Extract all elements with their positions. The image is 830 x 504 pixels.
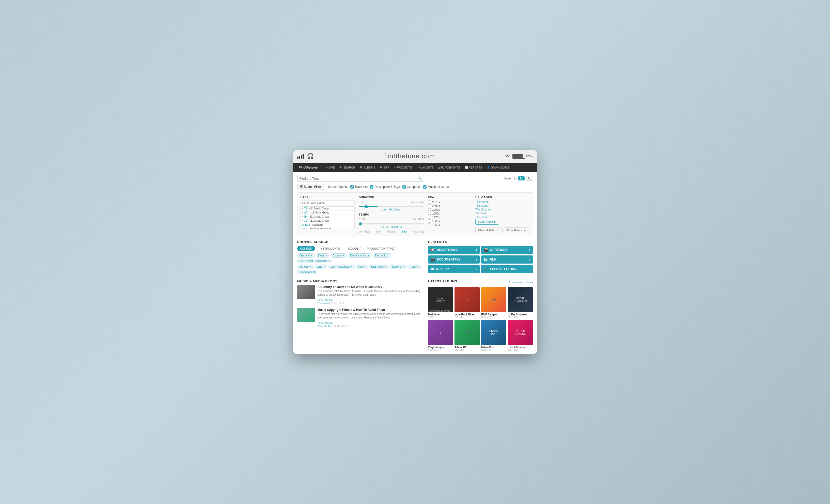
lang-en-button[interactable]: En [518, 177, 524, 181]
album-thumb-dark-intent: DARKINTENT UNDERGROUND SERIES [428, 287, 453, 312]
album-b2[interactable]: 🎵 Album B2 SKU: 421 [454, 320, 480, 351]
tempo-slider-labels: 0 BPM Max BPM [359, 218, 424, 221]
nav-home[interactable]: ⌂HOME [322, 163, 337, 172]
duration-title: DURATION [359, 196, 424, 199]
documentary-icon: 🎬 [430, 257, 435, 261]
album-thumb-vamper: ♪ [428, 320, 453, 345]
nav-projects[interactable]: ✏PROJECTS [392, 163, 414, 172]
playlists-heading: PLAYLISTS [428, 240, 533, 244]
blog-meta-link-2[interactable]: Copyright Tips [318, 325, 332, 327]
genre-chip-rock[interactable]: Rock✕ [408, 264, 421, 269]
tempo-speed-labels: Very Slow Slow Medium Fast Very Fast [359, 230, 424, 233]
uploaded-this-quarter[interactable]: This Quarter [475, 208, 530, 211]
album-indie-rock-bites[interactable]: 🎸 Indie Rock Bites SKU: 441 [454, 287, 480, 318]
tab-instruments[interactable]: INSTRUMENTS [317, 246, 343, 251]
clear-filter-button[interactable]: Clear all Filter ✕ [475, 227, 502, 233]
exact-track-button[interactable]: Exact Track ▶ [475, 219, 499, 225]
uploaded-this-year[interactable]: This Year [475, 216, 530, 219]
album-edm-bangers[interactable]: 🍩 EDM Bangers SKU: 422 [481, 287, 506, 318]
lang-py-button[interactable]: Py [526, 176, 533, 181]
album-meta-vamper: SKU: 441 [428, 349, 453, 351]
era-2010s[interactable]: 2010s [428, 200, 471, 203]
era-1990s[interactable]: 1990s [428, 208, 471, 211]
nav-downloads[interactable]: 👤DOWNLOADS [485, 163, 511, 172]
checkbox-track-title[interactable]: Track title [350, 185, 368, 189]
genre-chip-easy-listening[interactable]: Easy Listening✕ [348, 253, 372, 258]
playlist-advertising[interactable]: 📢 ADVERTISING › [428, 246, 480, 254]
nav-reports[interactable]: 📊REPORTS [462, 163, 484, 172]
nav-search[interactable]: 🔍SEARCH [338, 163, 357, 172]
tempo-range-slider[interactable] [359, 223, 424, 224]
blog-meta-link-1[interactable]: The Labels [318, 302, 329, 305]
genre-chip-pop[interactable]: Pop✕ [356, 264, 368, 269]
label-item-4tm[interactable]: 4TM - 411 Music Group [301, 215, 355, 219]
label-search-input[interactable] [300, 200, 355, 206]
album-in-the-shadows[interactable]: IN THESHADOWS In The Shadows SKU: 423 [508, 287, 533, 318]
era-1960s[interactable]: 1960s [428, 219, 471, 223]
site-title: findthetune.com [384, 152, 435, 160]
playlist-special-edition[interactable]: 🎵 SPECIAL EDITION › [481, 265, 533, 273]
playlist-reality[interactable]: 👁 REALITY › [428, 265, 480, 273]
nav-sfx[interactable]: 🔍SFX [378, 163, 391, 172]
genre-chip-jazz[interactable]: Jazz✕ [315, 264, 327, 269]
nav-playlists[interactable]: ♪PLAYLISTS [414, 163, 436, 172]
headphone-icon: 🎧 [307, 153, 314, 160]
album-thumb-shadows: IN THESHADOWS [508, 287, 533, 312]
blog-excerpt-2: There exist plenty of pitfalls for video… [318, 312, 423, 319]
album-kitsch-fondue[interactable]: KITSCHFONDUE Kitsch Fondue SKU: 433 [508, 320, 533, 351]
genre-chip-regions[interactable]: Regions✕ [390, 264, 407, 269]
uploaded-this-month[interactable]: This Month [475, 204, 530, 207]
blog-readmore-2[interactable]: READ MORE [318, 321, 333, 324]
playlist-cartoons[interactable]: 🎬 CARTOONS › [481, 246, 533, 254]
navbar-brand[interactable]: Findthetune [296, 166, 321, 169]
genre-tabs: GENRES INSTRUMENTS MOODS PRODUCTION TYPE [297, 246, 423, 251]
label-item-aten[interactable]: A-TEN - Adrenalin [301, 223, 355, 227]
load-more-albums-link[interactable]: ↻ Load more albums [509, 281, 533, 284]
search-submit-button[interactable]: 🔍 [418, 177, 422, 181]
uploaded-this-week[interactable]: This Week [475, 200, 530, 203]
era-1970s[interactable]: 1970s [428, 216, 471, 219]
label-item-4us[interactable]: 4US - 411 Music Group [301, 219, 355, 223]
duration-range-slider[interactable] [359, 206, 424, 207]
genre-chip-country[interactable]: Country✕ [330, 253, 347, 258]
chevron-up-icon: ▲ [523, 229, 525, 232]
era-2000s[interactable]: 2000s [428, 204, 471, 208]
era-1950s[interactable]: 1950s [428, 223, 471, 226]
label-item-abs[interactable]: ABS - Absolute Music Lib... [301, 227, 355, 229]
tab-genres[interactable]: GENRES [297, 246, 315, 251]
album-meta-b2: SKU: 421 [454, 349, 480, 351]
checkbox-description[interactable]: Description & Tags [370, 185, 400, 189]
genre-chip-soundtrack[interactable]: Soundtrack✕ [297, 270, 318, 274]
genre-chip-folk[interactable]: Folk / World / Traditional✕ [297, 259, 332, 263]
blog-readmore-1[interactable]: READ MORE [318, 298, 333, 302]
album-dark-intent[interactable]: DARKINTENT UNDERGROUND SERIES Dark Inten… [428, 287, 453, 318]
album-vinyl-vamper[interactable]: ♪ Vinyl Vamper SKU: 441 [428, 320, 453, 351]
main-search-input[interactable] [299, 177, 418, 181]
filter-icon: ☰ [300, 185, 303, 189]
label-list[interactable]: 4AS - 411 Music Group 4MG - 411 Music Gr… [300, 207, 355, 229]
genre-chip-blues[interactable]: Blues✕ [316, 253, 329, 258]
genre-chip-latin[interactable]: Latin / Caribbean✕ [328, 264, 355, 269]
genre-chip-classical[interactable]: Classical✕ [297, 253, 315, 258]
close-filters-button[interactable]: Close Filters ▲ [504, 227, 529, 233]
album-urban-pop[interactable]: URBANPOP Urban Pop SKU: 422 [481, 320, 506, 351]
label-item-4as[interactable]: 4AS - 411 Music Group [301, 207, 355, 211]
checkbox-composer[interactable]: Composer [403, 185, 421, 189]
album-meta-indie: SKU: 441 [454, 316, 480, 318]
search-input-wrap[interactable]: 🔍 [297, 175, 424, 182]
tab-moods[interactable]: MOODS [345, 246, 362, 251]
genre-chip-electronic[interactable]: Electronic✕ [373, 253, 391, 258]
clear-icon: ✕ [497, 228, 499, 232]
nav-placements[interactable]: ⊞PLACEMENTS [436, 163, 462, 172]
genre-chip-rnb[interactable]: R&B / Soul✕ [369, 264, 389, 269]
label-item-4mg[interactable]: 4MG - 411 Music Group [301, 211, 355, 215]
uploaded-this-half[interactable]: This Half [475, 212, 530, 215]
playlist-film[interactable]: 🎞 FILM › [481, 255, 533, 263]
checkbox-match-all[interactable]: Match all words [423, 185, 449, 189]
nav-albums[interactable]: 🔍ALBUMS [358, 163, 377, 172]
playlist-documentary[interactable]: 🎬 DOCUMENTARY › [428, 255, 480, 263]
tab-production-type[interactable]: PRODUCTION TYPE [363, 246, 397, 251]
era-1980s[interactable]: 1980s [428, 212, 471, 215]
search-filter-button[interactable]: ☰ Search Filter [297, 184, 324, 190]
genre-chip-hiphop[interactable]: Hip Hop✕ [297, 264, 314, 269]
